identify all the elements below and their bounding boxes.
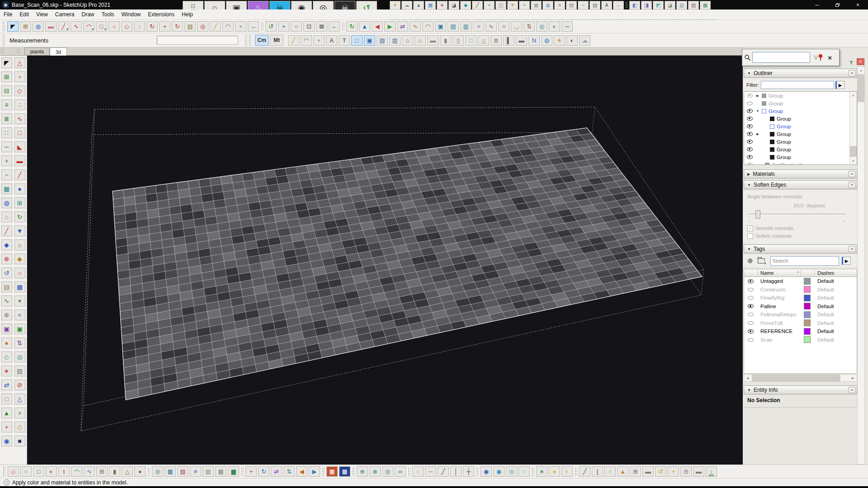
- chart-bar-icon[interactable]: ▆: [228, 466, 239, 477]
- tag-visibility-eye-icon[interactable]: [748, 313, 754, 316]
- jpp-normal-icon[interactable]: ▥: [460, 21, 472, 32]
- viewport-canvas[interactable]: [27, 56, 743, 465]
- diamond-teal-icon[interactable]: ◇: [1, 352, 12, 362]
- outliner-scroll-up-icon[interactable]: ▲: [850, 92, 857, 99]
- column-dashes[interactable]: Dashes: [817, 270, 834, 276]
- swirl-3-icon[interactable]: ◎: [506, 466, 517, 477]
- curviloft-loft-icon[interactable]: ∿: [486, 21, 497, 32]
- curviloft-morph-icon[interactable]: ≈: [498, 21, 509, 32]
- close-button[interactable]: ×: [848, 0, 868, 9]
- tape-2-icon[interactable]: ╱: [288, 35, 299, 46]
- export-svg-icon[interactable]: ↓SVG: [706, 466, 717, 477]
- pan-icon[interactable]: +: [278, 21, 289, 32]
- panel-blue-icon[interactable]: ▦: [339, 466, 350, 477]
- outliner-row[interactable]: Group: [744, 153, 857, 161]
- section-cuts-icon[interactable]: ▤: [377, 35, 388, 46]
- tag-name[interactable]: FlowifyRig: [760, 295, 784, 300]
- window-el-icon[interactable]: □: [465, 35, 476, 46]
- freehand-icon[interactable]: ∿: [71, 21, 82, 32]
- outliner-filter-input[interactable]: [761, 81, 834, 89]
- geo-locate-icon[interactable]: ◍: [541, 35, 552, 46]
- sun-half-icon[interactable]: ◐: [561, 466, 573, 477]
- box-gray-icon[interactable]: □: [1, 394, 12, 404]
- outliner-row[interactable]: TestBrutal.obj: [744, 161, 857, 165]
- search-dropdown-icon[interactable]: V: [814, 54, 818, 61]
- pencil-red-icon[interactable]: ╱: [1, 225, 12, 236]
- sun-yellow-icon[interactable]: ●: [549, 466, 560, 477]
- expand-icon[interactable]: ▼: [755, 109, 760, 113]
- sphere-tool-icon[interactable]: ◍: [1, 197, 12, 208]
- style-7-icon[interactable]: ▩: [700, 1, 711, 9]
- add-tag-icon[interactable]: ⊕: [747, 257, 753, 265]
- edge-tools-icon[interactable]: ─: [561, 21, 573, 32]
- eraser-icon[interactable]: ▬: [45, 21, 57, 32]
- knot-icon[interactable]: ∞: [395, 466, 406, 477]
- bezier-icon[interactable]: ∿: [410, 21, 421, 32]
- outliner-item-label[interactable]: Group: [777, 131, 791, 137]
- dot-blue-icon[interactable]: ●: [14, 183, 25, 194]
- plus-green-icon[interactable]: +: [14, 408, 25, 418]
- extrude-edges-icon[interactable]: ⇅: [524, 21, 535, 32]
- wave-blue-icon[interactable]: ≈: [14, 310, 25, 320]
- floor-icon[interactable]: ▬: [427, 35, 439, 46]
- tags-detail-arrow-icon[interactable]: ▶: [842, 257, 851, 265]
- outliner-item-label[interactable]: Group: [777, 155, 791, 160]
- expand-icon[interactable]: ▶: [755, 94, 760, 98]
- measurements-value[interactable]: [157, 36, 238, 45]
- tag-name[interactable]: Constructo: [760, 287, 786, 292]
- lines-blue-icon[interactable]: ≡: [190, 466, 201, 477]
- make-component-icon[interactable]: ⊞: [20, 21, 31, 32]
- tri-up-blue-icon[interactable]: △: [14, 394, 25, 404]
- terrain-icon[interactable]: ▲: [413, 1, 424, 9]
- sel-plus-icon[interactable]: +: [1, 155, 12, 166]
- gem-gold-icon[interactable]: ◆: [14, 253, 25, 264]
- bed-icon[interactable]: ▬: [642, 466, 654, 477]
- outliner-item-label[interactable]: Group: [777, 116, 791, 122]
- outliner-row[interactable]: Group: [744, 115, 857, 122]
- visibility-eye-icon[interactable]: [747, 124, 753, 128]
- tag-color-swatch[interactable]: [804, 286, 811, 293]
- layers-sm-icon[interactable]: ≡: [554, 1, 565, 9]
- tag-row[interactable]: PallineDefault: [744, 302, 857, 311]
- materials-header[interactable]: ▶ Materials ×: [744, 169, 857, 178]
- tag-visibility-eye-icon[interactable]: [748, 304, 754, 308]
- outliner-row[interactable]: Group: [744, 145, 857, 153]
- gear-1-icon[interactable]: ⊕: [357, 466, 368, 477]
- sun-study-icon[interactable]: ☀: [554, 35, 565, 46]
- flip-r-icon[interactable]: ▶: [309, 466, 320, 477]
- vt-slash-icon[interactable]: ╱: [14, 169, 25, 180]
- soften-edges-header[interactable]: ▼ Soften Edges ×: [744, 180, 857, 189]
- search-input[interactable]: [752, 52, 810, 63]
- bed-2-icon[interactable]: ▬: [693, 466, 704, 477]
- sel-shrink-icon[interactable]: ⊟: [1, 85, 12, 96]
- visibility-eye-icon[interactable]: [747, 109, 753, 113]
- x-dark-icon[interactable]: ×: [14, 296, 25, 306]
- shadow-toggle-icon[interactable]: ◐: [566, 35, 578, 46]
- box-purple-icon[interactable]: ▣: [1, 324, 12, 334]
- vt-corner-icon[interactable]: ◣: [14, 141, 25, 152]
- cross-2-icon[interactable]: ┼: [463, 466, 474, 477]
- tag-color-swatch[interactable]: [804, 295, 811, 301]
- roof-icon[interactable]: △: [478, 35, 489, 46]
- tag-color-swatch[interactable]: [804, 319, 811, 326]
- watermark-icon[interactable]: ◆: [460, 1, 471, 9]
- hatch-gray-icon[interactable]: ▨: [14, 366, 25, 376]
- unit-mt-button[interactable]: Mt: [270, 35, 283, 46]
- mirror-icon[interactable]: ⇄: [397, 21, 408, 32]
- outliner-item-label[interactable]: Group: [769, 101, 783, 106]
- dot-orange-icon[interactable]: ●: [1, 338, 12, 348]
- outliner-close-icon[interactable]: ×: [849, 70, 855, 76]
- swirl-4-icon[interactable]: ○: [519, 466, 530, 477]
- column-name[interactable]: Name: [760, 270, 774, 276]
- tag-dashes-value[interactable]: Default: [817, 337, 834, 343]
- leaf-icon[interactable]: ∗: [536, 466, 547, 477]
- tri-blue-icon[interactable]: ▼: [14, 225, 25, 236]
- vt-diamond-icon[interactable]: ◇: [14, 85, 25, 96]
- style-1-icon[interactable]: ◧: [629, 1, 640, 9]
- align-view-icon[interactable]: ▲: [359, 21, 370, 32]
- scale-icon[interactable]: ▨: [184, 21, 196, 32]
- menu-extensions[interactable]: Extensions: [144, 9, 178, 19]
- box-3d-icon[interactable]: ⊞: [96, 466, 108, 477]
- pin-icon[interactable]: [818, 54, 823, 61]
- outliner-item-label[interactable]: Group: [777, 124, 791, 129]
